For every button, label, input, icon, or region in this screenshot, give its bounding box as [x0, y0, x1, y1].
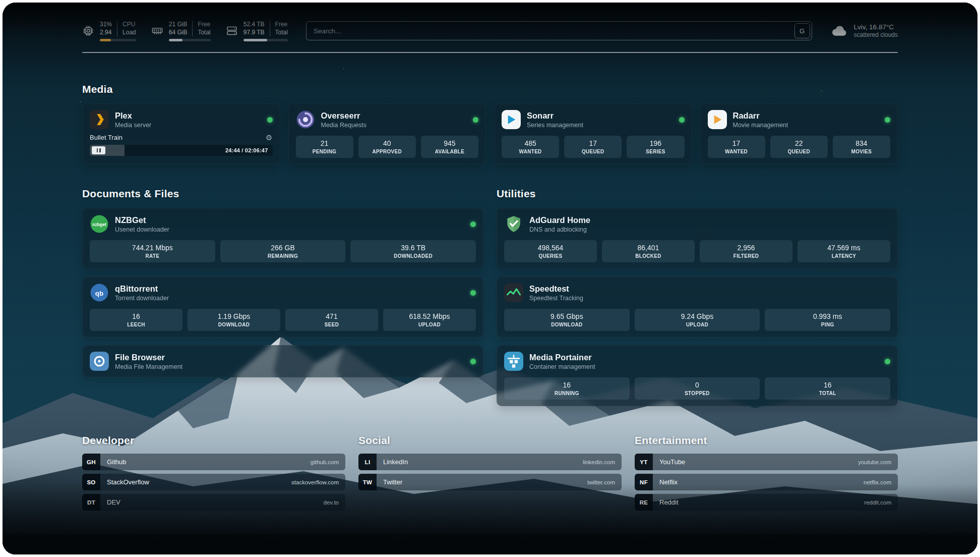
bookmark-abbr-icon: SO: [82, 474, 100, 490]
app-card-header: File BrowserMedia File Management: [90, 352, 476, 371]
cpu-icon: [82, 25, 94, 37]
app-subtitle: Movie management: [733, 122, 788, 129]
bookmark-url: linkedin.com: [583, 459, 615, 465]
system-stat-label: Free: [192, 21, 210, 28]
app-card-adguard[interactable]: AdGuard HomeDNS and adblocking498,564QUE…: [497, 208, 898, 269]
search-input[interactable]: [306, 21, 812, 40]
system-stat-cpu: 31%CPU2.94Load: [82, 21, 136, 41]
stat-wanted: 17WANTED: [708, 136, 765, 158]
stat-label: TOTAL: [767, 391, 888, 397]
stat-label: SEED: [287, 322, 376, 328]
stat-value: 9.65 Gbps: [506, 312, 628, 321]
bookmark-url: twitter.com: [587, 479, 615, 485]
stat-label: PING: [767, 322, 888, 328]
app-card-filebrowser[interactable]: File BrowserMedia File Management: [82, 345, 483, 377]
stat-wanted: 485WANTED: [502, 136, 559, 158]
stat-value: 744.21 Mbps: [92, 244, 213, 252]
stat-label: DOWNLOAD: [506, 322, 628, 328]
app-card-overseerr[interactable]: OverseerrMedia Requests21PENDING40APPROV…: [288, 103, 486, 164]
stat-label: FILTERED: [702, 253, 790, 259]
stat-queued: 22QUEUED: [770, 136, 828, 158]
app-name: AdGuard Home: [529, 215, 590, 225]
bookmark-abbr-icon: DT: [82, 494, 100, 511]
pause-bar: [97, 148, 98, 152]
stat-value: 485: [504, 139, 557, 148]
bookmark-github[interactable]: GHGithubgithub.com: [82, 454, 345, 470]
system-stat-body: 52.4 TBFree97.9 TBTotal: [243, 21, 288, 41]
stat-upload: 9.24 GbpsUPLOAD: [635, 309, 760, 331]
bookmark-name: DEV: [107, 498, 120, 506]
middle-columns: Documents & Files nzbgetNZBGetUsenet dow…: [82, 188, 898, 406]
system-stat-usage-fill: [169, 39, 182, 41]
stat-label: QUERIES: [506, 253, 595, 259]
system-stat-ram: 21 GiBFree64 GiBTotal: [151, 21, 211, 41]
app-card-portainer[interactable]: Media PortainerContainer management16RUN…: [497, 345, 898, 406]
playback-progress-bar[interactable]: 24:44 / 02:06:47: [90, 145, 273, 156]
stat-label: WANTED: [710, 149, 763, 155]
bookmark-dev[interactable]: DTDEVdev.to: [82, 494, 345, 511]
bookmark-group-title: Social: [358, 434, 622, 447]
stat-value: 40: [360, 139, 414, 148]
bookmark-url: netflix.com: [864, 479, 891, 485]
weather-condition: scattered clouds: [854, 31, 898, 39]
app-stats-row: 498,564QUERIES86,401BLOCKED2,956FILTERED…: [504, 240, 890, 262]
stat-value: 498,564: [506, 244, 595, 252]
stat-value: 39.6 TB: [352, 244, 474, 252]
stat-rate: 744.21 MbpsRATE: [90, 240, 215, 262]
stat-pending: 21PENDING: [296, 136, 353, 158]
app-card-header: Media PortainerContainer management: [504, 352, 890, 371]
bookmark-url: youtube.com: [858, 459, 891, 465]
system-stat-value: 21 GiB: [169, 21, 193, 28]
now-playing-title: Bullet Train: [90, 134, 122, 141]
app-stats-row: 744.21 MbpsRATE266 GBREMAINING39.6 TBDOW…: [90, 240, 476, 262]
app-card-sonarr[interactable]: SonarrSeries management485WANTED17QUEUED…: [494, 103, 692, 164]
app-titles: qBittorrentTorrent downloader: [115, 284, 169, 302]
bookmark-reddit[interactable]: RERedditreddit.com: [635, 494, 898, 511]
weather-widget: Lviv, 16.87°C scattered clouds: [830, 22, 898, 40]
bookmark-youtube[interactable]: YTYouTubeyoutube.com: [635, 454, 898, 470]
bookmark-twitter[interactable]: TWTwittertwitter.com: [358, 474, 622, 490]
app-card-plex[interactable]: PlexMedia serverBullet Train⚙24:44 / 02:…: [82, 103, 280, 164]
stat-ping: 0.993 msPING: [765, 309, 890, 331]
stat-value: 21: [298, 139, 351, 148]
stat-value: 0: [637, 381, 758, 389]
app-card-nzbget[interactable]: nzbgetNZBGetUsenet downloader744.21 Mbps…: [82, 208, 483, 269]
app-titles: AdGuard HomeDNS and adblocking: [529, 215, 590, 234]
stat-label: SERIES: [629, 149, 682, 155]
stat-value: 266 GB: [222, 244, 344, 252]
stat-download: 1.19 GbpsDOWNLOAD: [188, 309, 280, 331]
app-card-speedtest[interactable]: SpeedtestSpeedtest Tracking9.65 GbpsDOWN…: [497, 276, 898, 338]
pause-button[interactable]: [92, 146, 105, 154]
app-titles: SpeedtestSpeedtest Tracking: [529, 284, 583, 302]
top-bar: 31%CPU2.94Load21 GiBFree64 GiBTotal52.4 …: [82, 18, 898, 44]
stat-running: 16RUNNING: [504, 377, 630, 400]
system-stat-usage-bar: [169, 39, 211, 41]
app-name: Sonarr: [527, 110, 583, 121]
gear-icon[interactable]: ⚙: [266, 134, 272, 141]
stat-value: 618.52 Mbps: [385, 312, 474, 321]
system-stat-value: 64 GiB: [169, 29, 193, 36]
documents-card-stack: nzbgetNZBGetUsenet downloader744.21 Mbps…: [82, 208, 483, 377]
app-subtitle: Usenet downloader: [115, 226, 169, 234]
app-titles: Media PortainerContainer management: [529, 352, 595, 371]
app-card-header: OverseerrMedia Requests: [296, 110, 479, 129]
system-stat-value: 97.9 TB: [243, 29, 270, 36]
app-subtitle: Speedtest Tracking: [529, 295, 583, 302]
search-bar[interactable]: G: [306, 21, 812, 40]
bookmark-name: StackOverflow: [107, 478, 149, 486]
app-card-qbittorrent[interactable]: qbqBittorrentTorrent downloader16LEECH1.…: [82, 276, 483, 338]
app-stats-row: 17WANTED22QUEUED834MOVIES: [708, 136, 891, 158]
bookmark-url: github.com: [311, 459, 339, 465]
stat-value: 834: [835, 139, 888, 148]
bookmark-linkedin[interactable]: LILinkedInlinkedin.com: [358, 454, 622, 470]
app-card-radarr[interactable]: RadarrMovie management17WANTED22QUEUED83…: [700, 103, 898, 164]
bookmark-stackoverflow[interactable]: SOStackOverflowstackoverflow.com: [82, 474, 345, 490]
stat-label: MOVIES: [835, 149, 888, 155]
search-engine-button[interactable]: G: [794, 23, 810, 38]
bookmark-netflix[interactable]: NFNetflixnetflix.com: [635, 474, 898, 490]
stat-value: 17: [710, 139, 763, 148]
stat-upload: 618.52 MbpsUPLOAD: [383, 309, 476, 331]
bookmark-name: Twitter: [383, 478, 402, 486]
stat-value: 196: [629, 139, 682, 148]
cloud-icon: [830, 22, 848, 40]
